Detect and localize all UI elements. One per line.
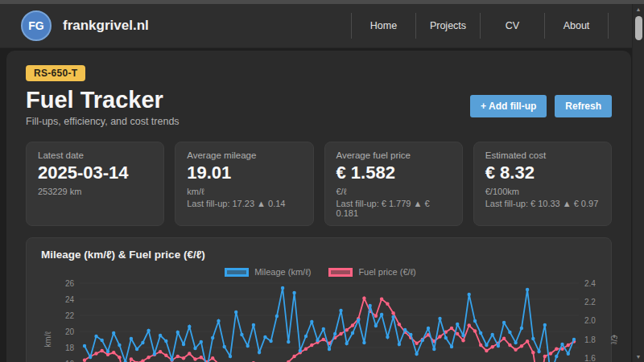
data-point[interactable]	[380, 298, 383, 301]
data-point[interactable]	[444, 336, 448, 339]
data-point[interactable]	[130, 337, 133, 340]
data-point[interactable]	[438, 335, 441, 338]
nav-item-cv[interactable]: CV	[480, 13, 544, 39]
data-point[interactable]	[514, 341, 517, 344]
data-point[interactable]	[170, 358, 173, 361]
data-point[interactable]	[427, 327, 430, 330]
data-point[interactable]	[275, 315, 279, 318]
data-point[interactable]	[409, 333, 412, 336]
data-point[interactable]	[322, 338, 325, 341]
data-point[interactable]	[549, 352, 552, 355]
data-point[interactable]	[502, 321, 506, 324]
data-point[interactable]	[101, 349, 104, 352]
data-point[interactable]	[193, 357, 196, 360]
data-point[interactable]	[415, 352, 418, 356]
data-point[interactable]	[555, 355, 558, 358]
data-point[interactable]	[357, 319, 360, 322]
data-point[interactable]	[531, 337, 535, 340]
data-point[interactable]	[520, 327, 523, 330]
data-point[interactable]	[164, 354, 167, 357]
data-point[interactable]	[555, 348, 558, 351]
data-point[interactable]	[339, 309, 342, 312]
data-point[interactable]	[345, 328, 349, 331]
data-point[interactable]	[310, 320, 313, 323]
data-point[interactable]	[374, 324, 378, 327]
data-point[interactable]	[567, 352, 570, 356]
data-point[interactable]	[182, 343, 185, 346]
data-point[interactable]	[461, 334, 464, 337]
data-point[interactable]	[491, 333, 494, 336]
add-fillup-button[interactable]: + Add fill-up	[470, 95, 547, 117]
data-point[interactable]	[94, 352, 97, 355]
data-point[interactable]	[421, 339, 424, 342]
data-point[interactable]	[310, 343, 313, 347]
data-point[interactable]	[473, 319, 477, 323]
data-point[interactable]	[147, 356, 150, 359]
data-point[interactable]	[526, 339, 529, 343]
nav-item-about[interactable]: About	[544, 13, 609, 39]
data-point[interactable]	[391, 311, 394, 315]
data-point[interactable]	[229, 355, 232, 358]
data-point[interactable]	[526, 288, 529, 291]
data-point[interactable]	[304, 335, 308, 338]
data-point[interactable]	[468, 323, 471, 327]
scrollbar-up-icon[interactable]: ▲	[633, 4, 644, 14]
data-point[interactable]	[456, 332, 459, 335]
data-point[interactable]	[572, 338, 576, 341]
data-point[interactable]	[438, 317, 441, 320]
data-point[interactable]	[514, 348, 517, 352]
data-point[interactable]	[386, 302, 389, 306]
nav-item-home[interactable]: Home	[351, 13, 415, 39]
data-point[interactable]	[112, 351, 115, 354]
data-point[interactable]	[89, 356, 92, 359]
data-point[interactable]	[567, 343, 570, 347]
data-point[interactable]	[101, 339, 104, 342]
data-point[interactable]	[176, 331, 180, 334]
data-point[interactable]	[292, 355, 295, 358]
data-point[interactable]	[369, 304, 372, 307]
data-point[interactable]	[497, 344, 500, 348]
data-point[interactable]	[176, 355, 180, 358]
data-point[interactable]	[485, 343, 488, 347]
data-point[interactable]	[380, 313, 383, 316]
legend-item-fuel-price[interactable]: Fuel price (€/ℓ)	[328, 267, 415, 277]
data-point[interactable]	[188, 325, 191, 328]
data-point[interactable]	[345, 342, 349, 345]
data-point[interactable]	[403, 328, 407, 331]
data-point[interactable]	[118, 356, 121, 359]
data-point[interactable]	[281, 286, 284, 290]
data-point[interactable]	[263, 335, 266, 339]
data-point[interactable]	[415, 342, 418, 345]
data-point[interactable]	[130, 357, 133, 360]
data-point[interactable]	[432, 348, 436, 351]
data-point[interactable]	[398, 323, 401, 326]
data-point[interactable]	[164, 339, 167, 343]
data-point[interactable]	[304, 348, 308, 351]
data-point[interactable]	[252, 323, 255, 327]
refresh-button[interactable]: Refresh	[555, 95, 612, 117]
data-point[interactable]	[322, 327, 325, 331]
data-point[interactable]	[333, 332, 336, 335]
data-point[interactable]	[217, 319, 220, 323]
data-point[interactable]	[508, 343, 511, 347]
data-point[interactable]	[543, 323, 547, 327]
data-point[interactable]	[211, 336, 214, 339]
scrollbar-thumb[interactable]	[635, 16, 642, 40]
data-point[interactable]	[287, 340, 290, 343]
data-point[interactable]	[200, 340, 203, 343]
data-point[interactable]	[473, 329, 477, 332]
data-point[interactable]	[188, 352, 191, 355]
data-point[interactable]	[351, 331, 354, 335]
data-point[interactable]	[269, 339, 272, 343]
data-point[interactable]	[479, 343, 482, 347]
data-point[interactable]	[118, 343, 121, 347]
data-point[interactable]	[147, 329, 150, 332]
data-point[interactable]	[362, 297, 365, 300]
data-point[interactable]	[391, 315, 394, 319]
data-point[interactable]	[456, 323, 459, 326]
data-point[interactable]	[398, 343, 401, 346]
data-point[interactable]	[240, 333, 243, 336]
data-point[interactable]	[141, 341, 144, 344]
data-point[interactable]	[537, 350, 540, 353]
data-point[interactable]	[485, 349, 488, 352]
